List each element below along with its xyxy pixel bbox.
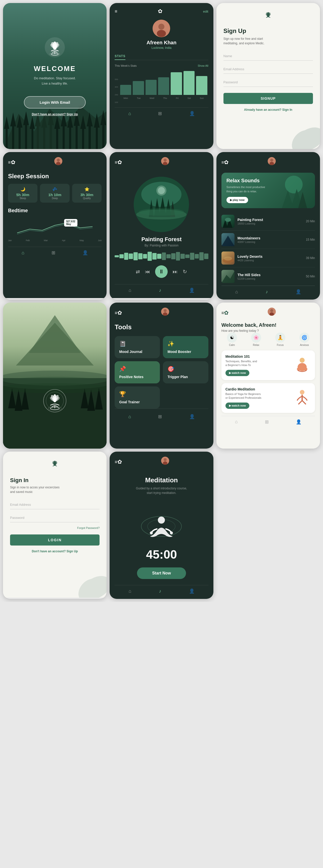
welcome-screen: WELCOME Do meditation. Stay focused.Live… <box>3 3 107 149</box>
svg-point-114 <box>300 358 304 363</box>
player-avatar[interactable] <box>161 157 169 165</box>
tool-positive-notes[interactable]: 📌 Positive Notes <box>115 361 160 383</box>
menu-icon[interactable]: ≡ <box>115 9 117 14</box>
svg-point-117 <box>303 368 308 371</box>
tools-nav-home[interactable]: ⌂ <box>128 414 131 420</box>
track-title: Painting Forest <box>141 236 181 243</box>
sleep-nav-home[interactable]: ⌂ <box>22 250 24 255</box>
tools-screen: ≡ ✿ Tools 📓 Mood Journal ✨ Mood Booster … <box>110 303 213 448</box>
chart-day-labels: MonTueWedThuFriSatSun <box>119 97 208 99</box>
tools-nav-profile[interactable]: 👤 <box>189 414 195 420</box>
signin-email-input[interactable] <box>10 500 100 509</box>
next-button[interactable]: ⏭ <box>173 269 178 275</box>
tools-title: Tools <box>115 323 208 331</box>
dashboard-avatar[interactable] <box>268 308 276 316</box>
tool-mood-booster[interactable]: ✨ Mood Booster <box>163 336 208 358</box>
tool-mood-journal[interactable]: 📓 Mood Journal <box>115 336 160 358</box>
chart-month-labels: JanFebMarAprMayJun <box>8 239 102 242</box>
svg-point-44 <box>157 30 166 37</box>
sleep-nav-profile[interactable]: 👤 <box>82 250 88 255</box>
tools-nav-list[interactable]: ⊞ <box>158 414 162 420</box>
relax-menu-icon[interactable]: ≡ <box>221 160 224 165</box>
signup-button[interactable]: SIGNUP <box>223 93 313 104</box>
shuffle-button[interactable]: ⇄ <box>136 269 140 275</box>
sleep-menu-icon[interactable]: ≡ <box>8 160 11 165</box>
sound-item-2[interactable]: Mountaineers 43097 Listening 15 Min <box>221 230 315 249</box>
svg-point-54 <box>57 159 60 162</box>
svg-rect-11 <box>37 124 39 149</box>
player-menu-icon[interactable]: ≡ <box>115 160 117 165</box>
tools-avatar[interactable] <box>161 308 169 316</box>
signin-signup-link[interactable]: Sign Up <box>67 550 78 553</box>
relax-play-now-button[interactable]: ▶ play now <box>226 197 248 203</box>
dashboard-nav-home[interactable]: ⌂ <box>235 419 238 425</box>
nav-profile-icon[interactable]: 👤 <box>189 111 195 116</box>
stats-tab[interactable]: STATS <box>115 54 125 60</box>
sleep-stat-deep: 💤 1h 10m Deep <box>40 184 69 203</box>
player-nav-home[interactable]: ⌂ <box>129 288 131 293</box>
player-nav-music[interactable]: ♪ <box>159 288 161 293</box>
med-101-title: Meditation 101 <box>225 354 290 359</box>
med-101-watch-button[interactable]: ▶ watch now <box>225 370 249 376</box>
dashboard-nav-list[interactable]: ⊞ <box>265 419 269 425</box>
name-input[interactable] <box>223 52 313 61</box>
forgot-password-link[interactable]: Forgot Password? <box>77 526 100 529</box>
timer-nav-profile[interactable]: 👤 <box>189 588 194 594</box>
timer-menu-icon[interactable]: ≡ <box>115 459 117 465</box>
dashboard-screen: ≡ ✿ Welcome back, Afreen! How are you fe… <box>216 303 320 448</box>
mountain-lotus-icon <box>42 388 67 413</box>
nav-home-icon[interactable]: ⌂ <box>128 111 131 116</box>
svg-rect-9 <box>31 126 33 149</box>
welcome-signup-link[interactable]: Sign Up <box>67 113 78 116</box>
timer-nav-music[interactable]: ♪ <box>159 589 161 594</box>
mood-anxious[interactable]: 🌀 Anxious <box>294 333 315 346</box>
sleep-nav-list[interactable]: ⊞ <box>51 250 55 255</box>
mood-calm[interactable]: ☯ Calm <box>221 333 243 346</box>
relax-nav-music[interactable]: ♪ <box>266 289 268 294</box>
sound-item-1[interactable]: Painting Forest 18050 Listening 20 Min <box>221 212 315 230</box>
sound-thumb-4 <box>221 270 235 283</box>
edit-button[interactable]: edit <box>203 9 208 13</box>
sleep-stats-row: 🌙 5h 30m Sleep 💤 1h 10m Deep ⭐ 3h 30m Qu… <box>8 184 102 203</box>
welcome-signup-prompt: Don't have an account? Sign Up <box>24 113 86 116</box>
go-signin-link[interactable]: Sign In <box>282 108 292 112</box>
login-email-button[interactable]: Login With Email <box>24 96 86 108</box>
play-pause-button[interactable]: ⏸ <box>155 265 168 278</box>
timer-avatar[interactable] <box>161 457 169 465</box>
meditation-card-101: Meditation 101 Techniques, Benefits, and… <box>221 350 315 380</box>
email-input[interactable] <box>223 65 313 74</box>
med-101-subtitle: Techniques, Benefits, anda Beginner's Ho… <box>225 360 290 367</box>
svg-point-58 <box>164 159 167 162</box>
nav-list-icon[interactable]: ⊞ <box>158 111 162 116</box>
svg-point-109 <box>164 309 167 312</box>
mood-focus[interactable]: 🧘 Focus <box>270 333 291 346</box>
svg-marker-4 <box>10 113 16 126</box>
relax-nav-profile[interactable]: 👤 <box>296 289 301 294</box>
sound-item-4[interactable]: The Hill Sides 52209 Listening 50 Min <box>221 267 315 286</box>
timer-nav-home[interactable]: ⌂ <box>129 589 131 594</box>
svg-point-74 <box>285 176 303 194</box>
show-all-button[interactable]: Show All <box>198 64 208 67</box>
signin-password-input[interactable] <box>10 513 100 522</box>
relax-nav-home[interactable]: ⌂ <box>235 289 238 294</box>
focus-label: Focus <box>270 344 291 346</box>
dashboard-nav-profile[interactable]: 👤 <box>296 419 301 425</box>
start-button[interactable]: Start Now <box>137 567 186 579</box>
login-button[interactable]: LOGIN <box>10 534 100 546</box>
trigger-plan-icon: 🎯 <box>168 366 204 372</box>
repeat-button[interactable]: ↻ <box>183 269 187 275</box>
timer-screen: ≡ ✿ Meditation Guided by a short introdu… <box>110 452 213 599</box>
tools-menu-icon[interactable]: ≡ <box>115 310 117 316</box>
password-input[interactable] <box>223 78 313 87</box>
sound-item-3[interactable]: Lovely Deserts 4428 Listening 39 Min <box>221 249 315 267</box>
svg-rect-19 <box>63 124 65 149</box>
tool-trigger-plan[interactable]: 🎯 Trigger Plan <box>163 361 208 383</box>
relax-avatar[interactable] <box>268 157 276 165</box>
sleep-avatar[interactable] <box>54 157 62 165</box>
mood-relax[interactable]: 🌸 Relax <box>246 333 267 346</box>
tool-goal-trainer[interactable]: 🏆 Goal Trainer <box>115 386 160 409</box>
prev-button[interactable]: ⏮ <box>145 269 150 275</box>
player-nav-profile[interactable]: 👤 <box>189 287 194 293</box>
med-cardio-watch-button[interactable]: ▶ watch now <box>225 403 249 409</box>
dashboard-menu-icon[interactable]: ≡ <box>221 310 224 315</box>
